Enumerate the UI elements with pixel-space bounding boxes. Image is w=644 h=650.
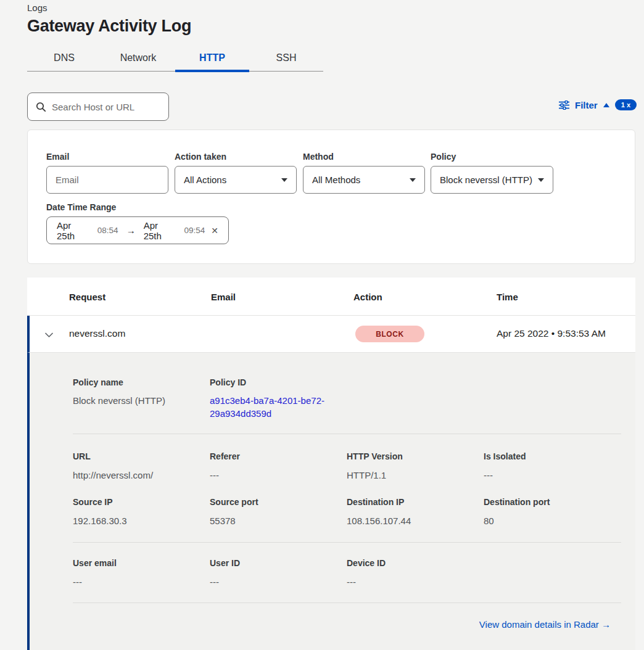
- method-select[interactable]: All Methods: [303, 166, 425, 194]
- email-filter-input[interactable]: [56, 175, 159, 185]
- range-start-date: Apr 25th: [57, 220, 91, 241]
- url-label: URL: [73, 451, 91, 461]
- tab-http[interactable]: HTTP: [175, 44, 249, 71]
- http-version-label: HTTP Version: [347, 451, 403, 461]
- is-isolated-value: ---: [484, 469, 493, 482]
- row-request-cell: neverssl.com: [69, 316, 125, 352]
- activity-log-table: Request Email Action Time neverssl.com B…: [27, 278, 635, 650]
- divider: [73, 603, 621, 603]
- filter-toggle[interactable]: Filter 1 x: [559, 99, 637, 110]
- column-header-email: Email: [211, 278, 236, 316]
- filter-sliders-icon: [559, 101, 569, 110]
- destination-port-label: Destination port: [484, 497, 550, 507]
- divider: [73, 542, 621, 543]
- arrow-right-icon: →: [125, 225, 138, 236]
- breadcrumb[interactable]: Logs: [27, 2, 47, 13]
- destination-ip-label: Destination IP: [347, 497, 404, 507]
- chevron-up-icon: [603, 103, 609, 107]
- http-version-value: HTTP/1.1: [347, 469, 386, 482]
- action-taken-label: Action taken: [175, 152, 226, 162]
- block-status-badge: BLOCK: [355, 326, 424, 342]
- chevron-down-icon: [538, 178, 544, 182]
- user-id-value: ---: [210, 575, 219, 588]
- range-end-time: 09:54: [184, 226, 205, 235]
- view-domain-details-in-radar-link[interactable]: View domain details in Radar →: [479, 619, 611, 630]
- device-id-value: ---: [347, 575, 356, 588]
- policy-select[interactable]: Block neverssl (HTTP): [431, 166, 553, 194]
- tab-ssh[interactable]: SSH: [249, 44, 323, 71]
- user-id-label: User ID: [210, 558, 240, 568]
- method-value: All Methods: [312, 175, 410, 185]
- source-port-label: Source port: [210, 497, 258, 507]
- expanded-row-details: Policy name Block neverssl (HTTP) Policy…: [27, 353, 635, 650]
- policy-value: Block neverssl (HTTP): [440, 175, 538, 185]
- filter-panel: Email Action taken All Actions Method Al…: [27, 130, 635, 264]
- user-email-label: User email: [73, 558, 117, 568]
- referer-value: ---: [210, 469, 219, 482]
- search-box[interactable]: [27, 93, 169, 121]
- source-port-value: 55378: [210, 514, 236, 527]
- clear-date-range-icon[interactable]: ✕: [211, 226, 218, 236]
- log-type-tabs: DNS Network HTTP SSH: [27, 44, 323, 72]
- referer-label: Referer: [210, 451, 240, 461]
- tab-dns[interactable]: DNS: [27, 44, 101, 71]
- source-ip-value: 192.168.30.3: [73, 514, 127, 527]
- user-email-value: ---: [73, 575, 82, 588]
- collapse-row-chevron-icon[interactable]: [44, 330, 54, 341]
- destination-port-value: 80: [484, 514, 494, 527]
- search-icon: [36, 102, 46, 112]
- range-start-time: 08:54: [97, 226, 118, 235]
- chevron-down-icon: [410, 178, 416, 182]
- action-taken-value: All Actions: [184, 175, 281, 185]
- device-id-label: Device ID: [347, 558, 386, 568]
- search-input[interactable]: [52, 102, 160, 112]
- column-header-action: Action: [353, 278, 382, 316]
- policy-id-label: Policy ID: [210, 377, 246, 387]
- destination-ip-value: 108.156.107.44: [347, 514, 411, 527]
- date-time-range-label: Date Time Range: [46, 202, 116, 212]
- column-header-time: Time: [497, 278, 518, 316]
- filter-label[interactable]: Filter: [575, 100, 598, 110]
- column-header-request: Request: [69, 278, 105, 316]
- policy-name-value: Block neverssl (HTTP): [73, 394, 165, 407]
- email-filter-label: Email: [46, 152, 69, 162]
- policy-label: Policy: [431, 152, 456, 162]
- url-value: http://neverssl.com/: [73, 469, 153, 482]
- table-row[interactable]: neverssl.com BLOCK Apr 25 2022 • 9:53:53…: [27, 316, 635, 353]
- source-ip-label: Source IP: [73, 497, 113, 507]
- policy-name-label: Policy name: [73, 377, 123, 387]
- email-filter-field[interactable]: [46, 166, 168, 194]
- action-taken-select[interactable]: All Actions: [175, 166, 297, 194]
- range-end-date: Apr 25th: [144, 220, 178, 241]
- method-label: Method: [303, 152, 334, 162]
- table-header: Request Email Action Time: [27, 278, 635, 316]
- filter-count-badge[interactable]: 1 x: [615, 99, 637, 110]
- date-time-range-picker[interactable]: Apr 25th 08:54 → Apr 25th 09:54 ✕: [46, 216, 229, 244]
- gateway-activity-log-page: Logs Gateway Activity Log DNS Network HT…: [0, 0, 644, 650]
- page-title: Gateway Activity Log: [27, 17, 191, 36]
- policy-id-link[interactable]: a91c3eb4-ba7a-4201-be72-29a934dd359d: [210, 394, 333, 420]
- chevron-down-icon: [281, 178, 287, 182]
- divider: [73, 434, 621, 434]
- row-time-cell: Apr 25 2022 • 9:53:53 AM: [497, 316, 606, 352]
- tab-network[interactable]: Network: [101, 44, 175, 71]
- is-isolated-label: Is Isolated: [484, 451, 526, 461]
